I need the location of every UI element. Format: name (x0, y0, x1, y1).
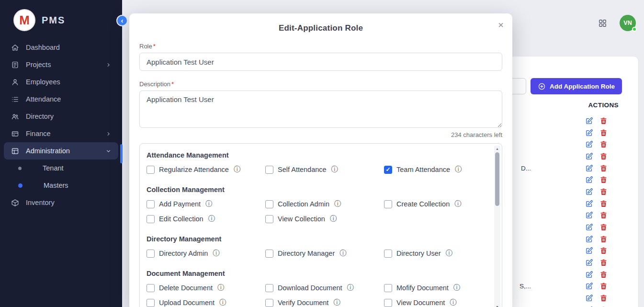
edit-icon[interactable] (585, 235, 593, 243)
permission-option[interactable]: Delete Documentⓘ (147, 284, 265, 292)
permission-option[interactable]: Create Collectionⓘ (384, 200, 486, 208)
delete-icon[interactable] (599, 200, 608, 208)
edit-icon[interactable] (585, 223, 593, 231)
checkbox[interactable] (147, 200, 155, 208)
edit-icon[interactable] (585, 247, 593, 255)
add-application-role-button[interactable]: Add Application Role (531, 78, 622, 94)
edit-icon[interactable] (585, 259, 593, 267)
checkbox[interactable] (147, 166, 155, 174)
delete-icon[interactable] (599, 188, 608, 196)
delete-icon[interactable] (599, 140, 608, 148)
edit-icon[interactable] (585, 129, 593, 137)
delete-icon[interactable] (599, 176, 608, 184)
info-icon[interactable]: ⓘ (219, 298, 226, 307)
edit-icon[interactable] (585, 140, 593, 148)
permission-option[interactable]: Self Attendanceⓘ (265, 165, 384, 174)
permission-option[interactable]: Add Paymentⓘ (147, 200, 265, 208)
permission-option[interactable]: Directory Managerⓘ (265, 249, 384, 258)
delete-icon[interactable] (599, 271, 608, 279)
edit-icon[interactable] (585, 188, 593, 196)
sidebar-item-finance[interactable]: Finance (4, 125, 118, 142)
checkbox[interactable] (147, 215, 155, 223)
sidebar-item-employees[interactable]: Employees (4, 73, 118, 91)
delete-icon[interactable] (599, 282, 608, 290)
user-avatar[interactable]: VN (620, 15, 636, 31)
info-icon[interactable]: ⓘ (453, 284, 460, 292)
permission-option[interactable]: Collection Adminⓘ (265, 200, 384, 208)
delete-icon[interactable] (599, 259, 608, 267)
permission-option[interactable]: Verify Documentⓘ (265, 298, 384, 307)
sidebar-item-projects[interactable]: Projects (4, 56, 118, 73)
description-textarea[interactable]: Application Test User (139, 91, 502, 128)
delete-icon[interactable] (599, 117, 608, 125)
edit-icon[interactable] (585, 117, 593, 125)
permission-option[interactable]: ✓Team Attendanceⓘ (384, 165, 486, 174)
delete-icon[interactable] (599, 211, 608, 219)
delete-icon[interactable] (599, 294, 608, 302)
checkbox[interactable] (384, 250, 392, 258)
sidebar-item-inventory[interactable]: Inventory (4, 194, 118, 211)
info-icon[interactable]: ⓘ (234, 165, 240, 174)
delete-icon[interactable] (599, 129, 608, 137)
info-icon[interactable]: ⓘ (454, 200, 461, 208)
scrollbar[interactable]: ▲ ▼ (494, 146, 500, 307)
permission-option[interactable]: Directory Userⓘ (384, 249, 486, 258)
delete-icon[interactable] (599, 247, 608, 255)
info-icon[interactable]: ⓘ (347, 284, 354, 292)
info-icon[interactable]: ⓘ (330, 215, 337, 223)
edit-icon[interactable] (585, 294, 593, 302)
info-icon[interactable]: ⓘ (205, 200, 212, 208)
permission-option[interactable]: Mofify Documentⓘ (384, 284, 486, 292)
delete-icon[interactable] (599, 164, 608, 172)
checkbox[interactable] (265, 284, 273, 292)
checkbox[interactable] (384, 284, 392, 292)
delete-icon[interactable] (599, 223, 608, 231)
permission-option[interactable]: Directory Adminⓘ (147, 249, 265, 258)
sidebar-collapse-button[interactable]: ‹ (116, 15, 128, 26)
checkbox[interactable]: ✓ (384, 166, 392, 174)
info-icon[interactable]: ⓘ (446, 249, 452, 258)
info-icon[interactable]: ⓘ (217, 284, 224, 292)
permission-option[interactable]: Download Documentⓘ (265, 284, 384, 292)
checkbox[interactable] (384, 200, 392, 208)
edit-icon[interactable] (585, 271, 593, 279)
scroll-down-arrow[interactable]: ▼ (494, 304, 500, 307)
edit-icon[interactable] (585, 164, 593, 172)
checkbox[interactable] (384, 299, 392, 307)
checkbox[interactable] (265, 200, 273, 208)
permission-option[interactable]: Regularize Attendanceⓘ (147, 165, 265, 174)
permission-option[interactable]: View Collectionⓘ (265, 215, 384, 223)
checkbox[interactable] (265, 215, 273, 223)
edit-icon[interactable] (585, 282, 593, 290)
checkbox[interactable] (147, 250, 155, 258)
sidebar-subitem-masters[interactable]: Masters (4, 177, 118, 194)
delete-icon[interactable] (599, 235, 608, 243)
permission-option[interactable]: View Documentⓘ (384, 298, 486, 307)
checkbox[interactable] (265, 299, 273, 307)
scroll-up-arrow[interactable]: ▲ (494, 146, 500, 151)
checkbox[interactable] (265, 166, 273, 174)
apps-grid-icon[interactable] (598, 19, 607, 28)
edit-icon[interactable] (585, 200, 593, 208)
sidebar-item-dashboard[interactable]: Dashboard (4, 39, 118, 56)
info-icon[interactable]: ⓘ (331, 165, 338, 174)
sidebar-item-administration[interactable]: Administration (4, 142, 118, 159)
delete-icon[interactable] (599, 152, 608, 160)
info-icon[interactable]: ⓘ (208, 215, 215, 223)
info-icon[interactable]: ⓘ (455, 165, 462, 174)
checkbox[interactable] (265, 250, 273, 258)
info-icon[interactable]: ⓘ (339, 249, 346, 258)
edit-icon[interactable] (585, 211, 593, 219)
info-icon[interactable]: ⓘ (334, 200, 341, 208)
permission-option[interactable]: Edit Collectionⓘ (147, 215, 265, 223)
sidebar-item-attendance[interactable]: Attendance (4, 91, 118, 108)
edit-icon[interactable] (585, 152, 593, 160)
role-input[interactable] (139, 53, 502, 71)
info-icon[interactable]: ⓘ (333, 298, 340, 307)
sidebar-item-directory[interactable]: Directory (4, 108, 118, 125)
checkbox[interactable] (147, 299, 155, 307)
sidebar-subitem-tenant[interactable]: Tenant (4, 159, 118, 177)
permission-option[interactable]: Upload Documentⓘ (147, 298, 265, 307)
scrollbar-thumb[interactable] (495, 152, 499, 206)
edit-icon[interactable] (585, 176, 593, 184)
